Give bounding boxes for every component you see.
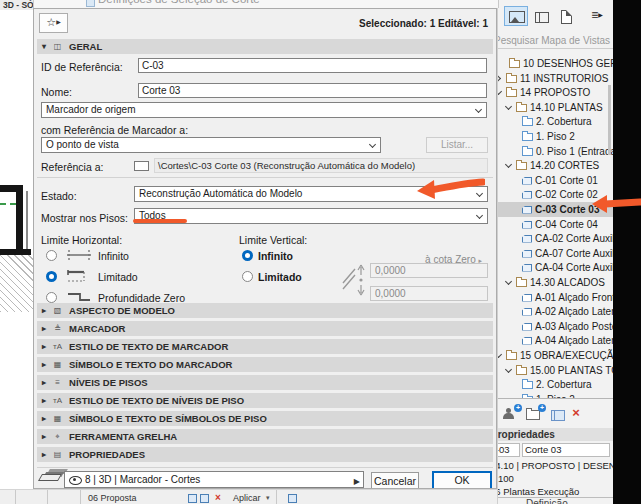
- chevron-down-icon[interactable]: [505, 279, 513, 287]
- radio-horizontal-limited-label[interactable]: Limitado: [98, 271, 138, 283]
- tree-item-view[interactable]: 2. Cobertura: [498, 377, 613, 392]
- expand-triangle-icon[interactable]: ▸: [42, 432, 46, 441]
- favorites-button[interactable]: ☆▶: [39, 13, 68, 33]
- offset-bottom-input[interactable]: 0,0000: [370, 286, 488, 301]
- tree-item-section[interactable]: C-01 Corte 01: [498, 173, 613, 188]
- expand-triangle-icon[interactable]: ▸: [42, 306, 46, 315]
- ok-button[interactable]: OK: [432, 471, 492, 489]
- chevron-right-icon[interactable]: [498, 75, 503, 83]
- name-input[interactable]: Corte 03: [138, 83, 487, 98]
- expand-triangle-icon[interactable]: ▸: [42, 450, 46, 459]
- panel-properties[interactable]: ▸ PROPRIEDADES: [37, 447, 493, 462]
- estado-label: Estado:: [41, 190, 77, 202]
- background-tab[interactable]: 3D - SÓ: [0, 0, 36, 10]
- fill-set-icon[interactable]: [200, 494, 209, 503]
- tree-item-elevation[interactable]: A-04 Alçado Lateral Esc: [498, 333, 613, 348]
- chevron-down-icon[interactable]: [505, 104, 513, 112]
- expand-triangle-icon[interactable]: ▸: [42, 378, 46, 387]
- chevron-down-icon[interactable]: [498, 352, 503, 360]
- reference-id-input[interactable]: C-03: [138, 58, 487, 73]
- new-folder-button[interactable]: +: [524, 404, 544, 424]
- radio-vertical-limited[interactable]: [242, 271, 253, 282]
- tree-item-folder[interactable]: 15.00 PLANTAS TOSCOS: [498, 363, 613, 378]
- expand-triangle-icon[interactable]: ▸: [42, 396, 46, 405]
- expand-triangle-icon[interactable]: ▸: [42, 324, 46, 333]
- tree-item-elevation[interactable]: A-03 Alçado Posterior: [498, 319, 613, 334]
- panel-geral-header[interactable]: ▾ GERAL: [37, 39, 493, 54]
- tree-item-folder[interactable]: 14 PROPOSTO: [498, 85, 613, 100]
- properties-id-field[interactable]: C-03: [497, 443, 520, 457]
- panel-marker-symbol-text[interactable]: ▸ SÍMBOLO E TEXTO DO MARCADOR: [37, 357, 493, 372]
- radio-horizontal-limited[interactable]: [46, 271, 57, 282]
- tree-item-section[interactable]: C-02 Corte 02: [498, 187, 613, 202]
- chevron-down-icon[interactable]: [498, 89, 503, 97]
- tree-item-section[interactable]: C-04 Corte 04: [498, 217, 613, 232]
- layer-combo-label[interactable]: 06 Proposta: [88, 493, 137, 503]
- panel-grid-tool[interactable]: ▸ FERRAMENTA GRELHA: [37, 429, 493, 444]
- radio-horizontal-infinite-label[interactable]: Infinito: [98, 250, 129, 262]
- expand-triangle-icon[interactable]: ▸: [42, 342, 46, 351]
- scrollbar-thumb[interactable]: [608, 85, 611, 155]
- chevron-down-icon[interactable]: [505, 162, 513, 170]
- panel-story-levels[interactable]: ▸ NÍVEIS DE PISOS: [37, 375, 493, 390]
- properties-scale-value[interactable]: 1:100: [497, 473, 514, 484]
- tree-item-label: A-01 Alçado Frontal: [535, 292, 613, 303]
- tree-item-section[interactable]: CA-07 Corte Auxiliar 02: [498, 246, 613, 261]
- apply-button[interactable]: Aplicar: [233, 493, 261, 503]
- clone-folder-button[interactable]: +: [500, 404, 520, 424]
- radio-vertical-limited-label[interactable]: Limitado: [258, 271, 302, 283]
- offset-top-input[interactable]: 0,0000: [370, 263, 488, 278]
- radio-vertical-infinite[interactable]: [242, 250, 253, 261]
- tree-item-label: CA-07 Corte Auxiliar 02: [535, 248, 613, 259]
- settings-panel-button[interactable]: [548, 404, 568, 424]
- tree-item-folder[interactable]: 15 OBRA/EXECUÇÃO: [498, 348, 613, 363]
- dialog-titlebar[interactable]: Definições de Seleção de Corte: [33, 0, 499, 8]
- list-button[interactable]: Listar...: [426, 137, 488, 153]
- radio-horizontal-infinite[interactable]: [46, 250, 57, 261]
- tree-item-section[interactable]: CA-02 Corte Auxiliar 02: [498, 231, 613, 246]
- close-icon[interactable]: ×: [215, 492, 221, 503]
- chevron-down-icon[interactable]: ▾: [266, 494, 270, 502]
- panel-marker-text-style[interactable]: ▸ ESTILO DE TEXTO DE MARCADOR: [37, 339, 493, 354]
- expand-triangle-icon[interactable]: ▸: [42, 360, 46, 369]
- tree-item-label: 15.00 PLANTAS TOSCOS: [530, 365, 613, 376]
- properties-name-field[interactable]: Corte 03: [522, 443, 610, 457]
- expand-triangle-icon[interactable]: ▸: [42, 414, 46, 423]
- layer-combo-field[interactable]: 8 | 3D | Marcador - Cortes ▶: [64, 471, 364, 488]
- tree-item-section[interactable]: CA-04 Corte Auxiliar 02: [498, 260, 613, 275]
- properties-layer-value[interactable]: 06 Plantas Execução: [497, 486, 579, 497]
- panel-marker[interactable]: ▸ MARCADOR: [37, 321, 493, 336]
- radio-horizontal-zero-depth[interactable]: [46, 292, 57, 303]
- marker-reference-select[interactable]: O ponto de vista: [41, 137, 381, 153]
- estado-select[interactable]: Reconstrução Automática do Modelo: [134, 186, 488, 202]
- tree-item-folder[interactable]: 14.30 ALCADOS: [498, 275, 613, 290]
- delete-button[interactable]: ×: [568, 404, 584, 424]
- marker-type-select[interactable]: Marcador de origem: [41, 102, 487, 118]
- properties-path-value[interactable]: 14.10 | PROPOSTO | DESENHOS GER...: [497, 460, 613, 471]
- tree-item-folder[interactable]: 11 INSTRUTORIOS: [498, 71, 613, 86]
- tree-item-view[interactable]: 1. Piso 2: [498, 129, 613, 144]
- section-drawing-line: [26, 191, 28, 251]
- tree-item-view[interactable]: 2. Cobertura: [498, 114, 613, 129]
- tree-item-section-selected[interactable]: C-03 Corte 03: [498, 202, 613, 217]
- tree-item-view[interactable]: 0. Piso 1 (Entrada): [498, 144, 613, 159]
- reference-path-field: \Cortes\C-03 Corte 03 (Reconstrução Auto…: [154, 158, 488, 173]
- panel-story-symbol-text[interactable]: ▸ SÍMBOLO E TEXTO DE SÍMBOLOS DE PISO: [37, 411, 493, 426]
- panel-model-appearance[interactable]: ▸ ASPECTO DE MODELO: [37, 303, 493, 318]
- tree-item-folder[interactable]: 10 DESENHOS GERAIS: [498, 56, 613, 71]
- pen-set-icon[interactable]: [188, 494, 197, 503]
- cancel-button[interactable]: Cancelar: [371, 472, 419, 489]
- tree-item-elevation[interactable]: A-02 Alçado Lateral Dir: [498, 304, 613, 319]
- tree-item-elevation[interactable]: A-01 Alçado Frontal: [498, 290, 613, 305]
- divider: [80, 490, 81, 504]
- vertical-range-label: Limite Vertical:: [239, 234, 307, 246]
- divider: [47, 490, 48, 504]
- show-on-stories-select[interactable]: Todos: [134, 208, 488, 224]
- properties-header[interactable]: Propriedades: [498, 428, 613, 441]
- radio-vertical-infinite-label[interactable]: Infinito: [258, 250, 293, 262]
- panel-story-level-text-style[interactable]: ▸ ESTILO DE TEXTO DE NÍVEIS DE PISO: [37, 393, 493, 408]
- tree-item-folder[interactable]: 14.10 PLANTAS: [498, 100, 613, 115]
- collapse-triangle-icon[interactable]: ▾: [42, 42, 46, 51]
- chevron-down-icon[interactable]: [505, 367, 513, 375]
- tree-item-folder[interactable]: 14.20 CORTES: [498, 158, 613, 173]
